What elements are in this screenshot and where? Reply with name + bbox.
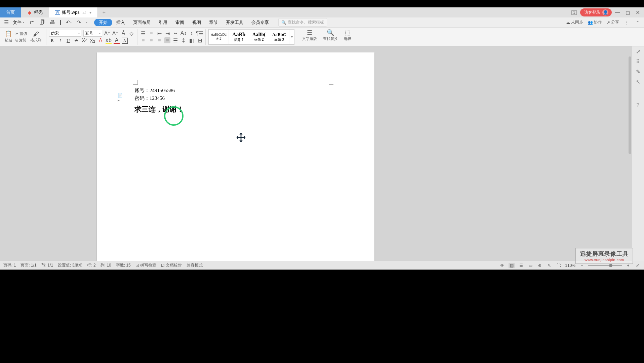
numbering-icon[interactable]: ≡ xyxy=(148,30,154,36)
print-icon[interactable]: 🖶 xyxy=(50,20,55,25)
scrollbar-thumb[interactable] xyxy=(629,56,631,154)
ribbon-tab-start[interactable]: 开始 xyxy=(94,19,112,26)
collapse-rail-icon[interactable]: ⤢ xyxy=(635,48,641,54)
paste-button[interactable]: 📋 粘贴 xyxy=(3,30,13,43)
coop-button[interactable]: 👥 协作 xyxy=(588,19,602,25)
ribbon-tab-insert[interactable]: 插入 xyxy=(112,17,129,27)
bold-button[interactable]: B xyxy=(49,38,55,44)
tab-home[interactable]: 首页 xyxy=(0,7,21,17)
save-icon[interactable]: 🗀 xyxy=(30,20,35,25)
char-border-icon[interactable]: A xyxy=(122,38,128,44)
clear-format-icon[interactable]: ◇ xyxy=(128,30,134,36)
align-right-icon[interactable]: ≡ xyxy=(156,37,162,43)
notification-badge[interactable]: 1 xyxy=(571,10,577,15)
subscript-button[interactable]: X₂ xyxy=(89,38,95,44)
zoom-slider-knob[interactable] xyxy=(609,264,612,267)
status-section[interactable]: 节: 1/1 xyxy=(41,263,53,268)
shading-icon[interactable]: ◧ xyxy=(189,37,195,43)
justify-icon[interactable]: ≡ xyxy=(164,37,170,43)
select-button[interactable]: ⬚ 选择 xyxy=(343,29,353,45)
decrease-indent-icon[interactable]: ⇤ xyxy=(156,30,162,36)
status-col[interactable]: 列: 10 xyxy=(100,263,111,268)
style-gallery-more[interactable]: ▾ xyxy=(289,30,294,44)
pencil-icon[interactable]: ✎ xyxy=(635,69,641,75)
italic-button[interactable]: I xyxy=(57,38,63,44)
undo-icon[interactable]: ↶▾ xyxy=(66,20,71,25)
reading-view-icon[interactable]: ▭ xyxy=(527,263,533,268)
tab-doke[interactable]: ◆ 稻壳 xyxy=(21,7,49,17)
copy-button[interactable]: ⎘复制 xyxy=(15,38,27,43)
unsynced-button[interactable]: ☁ 未同步 xyxy=(566,19,583,25)
minimize-button[interactable]: — xyxy=(613,9,622,16)
close-button[interactable]: ✕ xyxy=(633,9,642,16)
strike-button[interactable]: A xyxy=(73,38,79,44)
find-replace-button[interactable]: 🔍 查找替换 xyxy=(322,29,339,45)
borders-icon[interactable]: ⊞ xyxy=(197,37,203,43)
status-words[interactable]: 字数: 15 xyxy=(116,263,131,268)
text-effects-icon[interactable]: A xyxy=(97,38,104,44)
page[interactable]: 📄 ▸ 账号：2491505586 密码：123456 求三连，谢谢！ xyxy=(97,52,374,261)
help-icon[interactable]: ? xyxy=(635,102,641,108)
status-proof[interactable]: ☑ 文档校对 xyxy=(161,263,182,268)
ribbon-tab-dev[interactable]: 开发工具 xyxy=(222,17,247,27)
outline-view-icon[interactable]: ☰ xyxy=(518,263,524,268)
char-scaling-icon[interactable]: ↔ xyxy=(172,30,178,36)
page-view-icon[interactable]: ▤ xyxy=(509,263,515,268)
increase-indent-icon[interactable]: ⇥ xyxy=(164,30,170,36)
page-nav-icon[interactable]: 📄 ▸ xyxy=(118,95,124,100)
font-color-icon[interactable]: A xyxy=(114,38,120,44)
ribbon-tab-member[interactable]: 会员专享 xyxy=(247,17,273,27)
qat-more[interactable]: ▾ xyxy=(86,21,87,24)
status-page-code[interactable]: 页码: 1 xyxy=(3,263,16,268)
font-name-select[interactable]: 仿宋▾ xyxy=(49,30,81,37)
collapse-ribbon-icon[interactable]: ⌃ xyxy=(635,19,641,26)
ribbon-tab-layout[interactable]: 页面布局 xyxy=(129,17,155,27)
line-spacing-icon[interactable]: ‡ xyxy=(180,37,187,43)
increase-font-icon[interactable]: A⁺ xyxy=(104,30,110,36)
maximize-button[interactable]: ◻ xyxy=(623,9,632,16)
ribbon-tab-view[interactable]: 视图 xyxy=(188,17,205,27)
change-case-icon[interactable]: Ā xyxy=(120,30,126,36)
cut-button[interactable]: ✂剪切 xyxy=(15,31,27,36)
bullets-icon[interactable]: ☰ xyxy=(140,30,146,36)
hamburger-icon[interactable]: ☰ xyxy=(3,19,9,26)
status-spellcheck[interactable]: ☑ 拼写检查 xyxy=(135,263,156,268)
asian-layout-icon[interactable]: A↕ xyxy=(180,30,187,36)
pen-icon[interactable]: ✎ xyxy=(546,263,552,268)
status-pages[interactable]: 页面: 1/1 xyxy=(21,263,36,268)
superscript-button[interactable]: X² xyxy=(81,38,87,44)
command-search[interactable]: 🔍 查找命令、搜索模板 xyxy=(278,18,327,27)
fit-page-icon[interactable]: ⛶ xyxy=(556,263,562,268)
ribbon-tab-reference[interactable]: 引用 xyxy=(155,17,171,27)
vertical-scrollbar[interactable] xyxy=(629,56,631,254)
status-setting[interactable]: 设置值: 3厘米 xyxy=(58,263,82,268)
more-icon[interactable]: ⋮ xyxy=(624,19,630,26)
style-heading1[interactable]: AaBb 标题 1 xyxy=(229,30,249,44)
pointer-icon[interactable]: ↖ xyxy=(635,79,641,85)
tab-close-icon[interactable]: ● xyxy=(89,10,92,14)
tab-sync-icon[interactable]: ⇄ xyxy=(82,10,86,15)
zoom-level[interactable]: 110% xyxy=(565,263,575,268)
style-heading3[interactable]: AaBbC 标题 3 xyxy=(269,30,289,44)
decrease-font-icon[interactable]: A⁻ xyxy=(112,30,118,36)
font-size-select[interactable]: 五号▾ xyxy=(83,30,102,37)
style-normal[interactable]: AaBbCcDd 正文 xyxy=(209,30,229,44)
show-marks-icon[interactable]: ¶☰ xyxy=(197,30,203,36)
file-menu[interactable]: 文件▾ xyxy=(11,19,26,26)
new-tab-button[interactable]: + xyxy=(98,7,110,17)
align-center-icon[interactable]: ≡ xyxy=(148,37,154,43)
share-button[interactable]: ↗ 分享 xyxy=(607,19,619,25)
distribute-icon[interactable]: ☰ xyxy=(172,37,178,43)
ribbon-tab-review[interactable]: 审阅 xyxy=(171,17,188,27)
format-painter-button[interactable]: 🖌 格式刷 xyxy=(29,30,43,43)
underline-button[interactable]: U xyxy=(65,38,71,44)
zoom-slider[interactable] xyxy=(588,265,622,266)
highlight-icon[interactable]: ab xyxy=(106,38,112,44)
tab-document[interactable]: 账号.wps ⇄ ● xyxy=(49,7,98,17)
page-content[interactable]: 账号：2491505586 密码：123456 求三连，谢谢！ xyxy=(134,87,329,114)
print-preview-icon[interactable]: 🗐 xyxy=(40,20,45,25)
ribbon-tab-section[interactable]: 章节 xyxy=(205,17,222,27)
drag-handle-icon[interactable]: ⠿ xyxy=(635,58,641,65)
status-row[interactable]: 行: 2 xyxy=(87,263,95,268)
text-layout-button[interactable]: ☰ 文字排版 xyxy=(301,29,318,45)
